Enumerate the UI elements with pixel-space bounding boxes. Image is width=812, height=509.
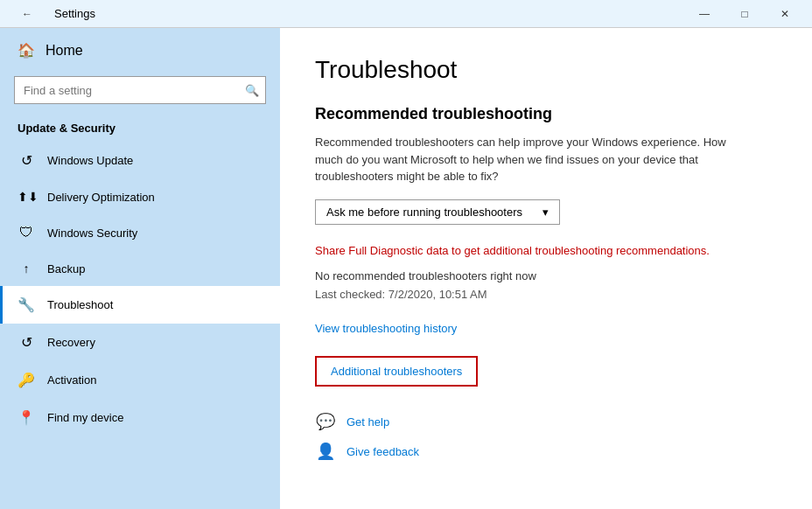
sidebar-item-windows-update[interactable]: ↺ Windows Update: [0, 142, 280, 179]
search-input[interactable]: [14, 76, 266, 104]
get-help-item[interactable]: 💬 Get help: [315, 411, 777, 432]
sidebar-item-label: Find my device: [47, 411, 123, 424]
sidebar-item-delivery-optimization[interactable]: ⬆⬇ Delivery Optimization: [0, 179, 280, 214]
page-title: Troubleshoot: [315, 56, 777, 84]
recovery-icon: ↺: [18, 334, 35, 351]
give-feedback-label: Give feedback: [346, 445, 419, 458]
backup-icon: ↑: [18, 261, 35, 275]
give-feedback-icon: 👤: [315, 441, 336, 462]
windows-update-icon: ↺: [18, 152, 35, 169]
dropdown-value: Ask me before running troubleshooters: [326, 206, 522, 219]
main-panel: Troubleshoot Recommended troubleshooting…: [280, 28, 812, 509]
sidebar-item-find-my-device[interactable]: 📍 Find my device: [0, 399, 280, 436]
title-bar-controls: — □ ✕: [684, 0, 805, 28]
sidebar-item-label: Backup: [47, 262, 85, 275]
help-actions: 💬 Get help 👤 Give feedback: [315, 411, 777, 462]
sidebar-item-troubleshoot[interactable]: 🔧 Troubleshoot: [0, 286, 280, 324]
find-my-device-icon: 📍: [18, 409, 35, 426]
troubleshoot-icon: 🔧: [18, 296, 35, 313]
get-help-label: Get help: [346, 415, 389, 429]
get-help-icon: 💬: [315, 411, 336, 432]
chevron-down-icon: ▾: [542, 206, 549, 219]
view-history-link[interactable]: View troubleshooting history: [315, 322, 777, 335]
delivery-optimization-icon: ⬆⬇: [18, 190, 35, 204]
sidebar-item-label: Recovery: [47, 336, 95, 349]
app-body: 🏠 Home 🔍 Update & Security ↺ Windows Upd…: [0, 28, 812, 509]
minimize-button[interactable]: —: [684, 0, 724, 28]
back-button[interactable]: ←: [7, 0, 47, 28]
sidebar-item-label: Delivery Optimization: [47, 191, 155, 204]
title-bar: ← Settings — □ ✕: [0, 0, 812, 28]
description-text: Recommended troubleshooters can help imp…: [315, 134, 735, 185]
share-diagnostic-link[interactable]: Share Full Diagnostic data to get additi…: [315, 242, 735, 260]
sidebar: 🏠 Home 🔍 Update & Security ↺ Windows Upd…: [0, 28, 280, 509]
sidebar-item-label: Windows Update: [47, 154, 133, 167]
title-bar-left: ← Settings: [7, 0, 95, 28]
give-feedback-item[interactable]: 👤 Give feedback: [315, 441, 777, 462]
section-title: Update & Security: [0, 115, 280, 142]
no-troubleshooters-text: No recommended troubleshooters right now: [315, 269, 777, 282]
maximize-button[interactable]: □: [724, 0, 765, 28]
sidebar-item-label: Troubleshoot: [47, 298, 113, 311]
last-checked-text: Last checked: 7/2/2020, 10:51 AM: [315, 288, 777, 301]
sidebar-item-recovery[interactable]: ↺ Recovery: [0, 324, 280, 361]
home-label: Home: [46, 43, 83, 59]
sidebar-search-container: 🔍: [14, 76, 266, 104]
windows-security-icon: 🛡: [18, 225, 35, 241]
troubleshooter-dropdown[interactable]: Ask me before running troubleshooters ▾: [315, 199, 560, 225]
sidebar-item-label: Windows Security: [47, 227, 137, 240]
sidebar-item-backup[interactable]: ↑ Backup: [0, 251, 280, 286]
additional-troubleshooters-button[interactable]: Additional troubleshooters: [315, 356, 478, 387]
recommended-title: Recommended troubleshooting: [315, 105, 777, 123]
activation-icon: 🔑: [18, 372, 35, 388]
search-icon: 🔍: [245, 84, 259, 97]
sidebar-item-label: Activation: [47, 373, 96, 387]
home-icon: 🏠: [18, 42, 35, 59]
app-title: Settings: [54, 7, 95, 20]
sidebar-home-item[interactable]: 🏠 Home: [0, 28, 280, 73]
close-button[interactable]: ✕: [765, 0, 805, 28]
sidebar-item-windows-security[interactable]: 🛡 Windows Security: [0, 214, 280, 251]
sidebar-item-activation[interactable]: 🔑 Activation: [0, 361, 280, 399]
